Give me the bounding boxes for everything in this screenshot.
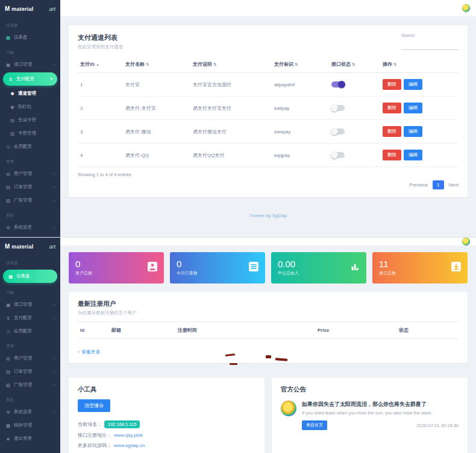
stat-card-revenue[interactable]: 0.00 平台总收入 [271,252,366,284]
main-area: 支付通道列表 在此管理你的支付通道 Search 支付ID▲ 支付名称⇅ [60,0,476,237]
sidebar-item-antired-site[interactable]: ◉防红站 [0,100,60,113]
sidebar-item-orders[interactable]: ▤订单管理› [0,180,60,194]
sidebar-item-ads[interactable]: ▧广告管理› [0,194,60,207]
cell-code: ewxpay [272,120,329,144]
chevron-right-icon: › [54,226,55,230]
delete-button[interactable]: 删除 [383,103,401,113]
more-source-link[interactable]: www.sgdap.cn [114,443,145,448]
sidebar-item-orders[interactable]: ▤订单管理› [0,365,60,378]
sidebar-item-dashboard[interactable]: ▦仪表盘 [0,31,60,44]
stat-card-users[interactable]: 0 用户总数 [69,252,164,284]
dashboard-icon: ▦ [8,274,13,279]
cell-desc: 易支付支付宝支付 [190,97,272,120]
delete-button[interactable]: 删除 [383,79,401,90]
col-pay-desc[interactable]: 支付说明⇅ [190,56,272,73]
sidebar-item-label: 广告管理 [14,197,32,203]
users-icon: ◍ [5,171,11,177]
sidebar-item-dashboard[interactable]: ▦仪表盘 [3,270,57,283]
pagination-previous[interactable]: Previous [409,182,428,188]
sidebar-item-system-settings[interactable]: ⚙系统设置› [0,405,60,419]
chevron-right-icon: › [54,370,55,374]
view-more-label: 查看更多 [81,349,101,355]
delete-button[interactable]: 删除 [383,126,401,137]
register-address-label: 接口注册地址： [78,432,111,439]
stats-row: 0 用户总数 0 今日订单数 0.00 平台总收入 [69,252,468,284]
stat-card-apis[interactable]: 11 接口总数 [372,252,468,284]
stat-label: 平台总收入 [278,270,299,276]
sidebar-item-label: 订单管理 [14,369,32,375]
theme-credit-link[interactable]: Theme by SgDap [69,213,468,218]
logo-m-icon: M [5,243,10,250]
logo-m-icon: M [5,5,10,12]
module-icon: ▩ [5,423,11,428]
chevron-right-icon: › [54,172,55,176]
generate-card-icon: ▤ [10,118,15,123]
sidebar-item-users[interactable]: ◍用户管理› [0,352,60,365]
chevron-right-icon: › [54,303,55,307]
edit-button[interactable]: 编辑 [404,79,422,90]
sidebar-item-users[interactable]: ◍用户管理› [0,167,60,180]
sidebar-item-modules[interactable]: ▩模块管理 [0,419,60,432]
order-icon: ▤ [5,369,11,375]
domain-label: 当前域名： [78,421,102,428]
col-status[interactable]: 接口状态⇅ [329,56,380,73]
sidebar-item-system-settings[interactable]: ⚙系统设置› [0,221,60,234]
col-pay-code[interactable]: 支付标识⇅ [272,56,329,73]
status-toggle[interactable] [331,128,345,135]
sidebar-item-logout[interactable]: ◈退出登录 [0,432,60,445]
sidebar-item-channel-manage[interactable]: ❖通道管理 [0,87,60,100]
delete-button[interactable]: 删除 [383,150,401,160]
sidebar-item-label: 仪表盘 [14,34,28,40]
app-logo[interactable]: M materialart [0,238,60,255]
sidebar-item-member-config[interactable]: ◷会员配置 [0,325,60,338]
sort-asc-icon: ▲ [96,62,99,66]
status-toggle[interactable] [331,105,345,111]
col-pay-name[interactable]: 支付名称⇅ [123,56,190,73]
sidebar-item-api[interactable]: ▣接口管理› [0,298,60,311]
toggle-knob [331,104,338,112]
status-toggle[interactable] [331,152,345,158]
stat-card-orders[interactable]: 0 今日订单数 [170,252,265,284]
sidebar-item-ads[interactable]: ▧广告管理› [0,378,60,391]
pagination-next[interactable]: Next [449,182,459,188]
official-badge[interactable]: 来自官方 [302,420,327,430]
app-logo[interactable]: M materialart [0,0,60,17]
latest-users-title: 最新注册用户 [78,300,459,308]
status-toggle[interactable] [331,81,345,87]
clear-cache-button[interactable]: 清空缓存 [78,399,110,412]
sidebar-item-member-config[interactable]: ◷会员配置 [0,140,60,153]
user-avatar[interactable] [462,4,470,12]
register-address-link[interactable]: www.qsy.pink [114,432,143,438]
sidebar-item-pay-config[interactable]: $支付配置▾ [3,72,57,86]
arrow-right-icon: › [78,349,80,355]
edit-button[interactable]: 编辑 [404,103,422,113]
ad-icon: ▧ [5,382,11,388]
page-subtitle: 在此管理你的支付通道 [78,44,123,50]
logo-accent-text: art [49,244,55,250]
sidebar-item-api[interactable]: ▣接口管理› [0,58,60,71]
cell-name: 支付宝 [123,73,190,97]
sidebar-item-label: 接口管理 [14,302,32,308]
topbar [60,238,476,246]
search-input[interactable] [401,42,459,50]
col-actions[interactable]: 操作⇅ [380,56,459,73]
edit-button[interactable]: 编辑 [404,126,422,137]
chevron-right-icon: › [54,63,55,67]
user-avatar[interactable] [462,238,470,246]
sidebar-item-card-manage[interactable]: ▥卡密管理 [0,127,60,140]
stat-value: 0.00 [278,259,299,270]
cell-code: ealipay [272,97,329,120]
annotation-mark [266,355,271,358]
edit-button[interactable]: 编辑 [404,150,422,160]
pagination-page-1[interactable]: 1 [433,180,443,189]
view-more-link[interactable]: › 查看更多 [78,349,459,355]
table-header-row: 支付ID▲ 支付名称⇅ 支付说明⇅ 支付标识⇅ 接口状态⇅ 操作⇅ [78,56,459,73]
cell-id: 2 [78,97,123,120]
sidebar-item-label: 系统设置 [14,224,32,230]
card-manage-icon: ▥ [10,131,15,136]
sidebar-item-pay-config[interactable]: $支付配置› [0,311,60,325]
notice-avatar [281,401,296,416]
tools-card: 小工具 清空缓存 当前域名：192.168.1.115 接口注册地址：www.q… [69,378,265,453]
sidebar-item-generate-card[interactable]: ▤生成卡密 [0,113,60,127]
col-pay-id[interactable]: 支付ID▲ [78,56,123,73]
